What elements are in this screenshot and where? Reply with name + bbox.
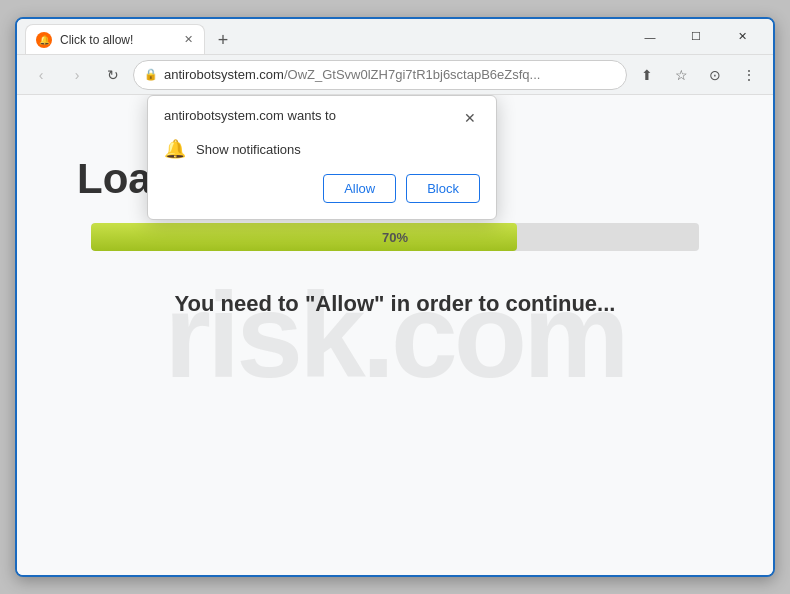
url-path: /OwZ_GtSvw0lZH7gi7tR1bj6sctapB6eZsfq... [284,67,541,82]
back-button[interactable]: ‹ [25,59,57,91]
instruction-text: You need to "Allow" in order to continue… [175,291,616,317]
popup-close-button[interactable]: ✕ [460,108,480,128]
tab-area: 🔔 Click to allow! ✕ + [25,19,627,54]
title-bar: 🔔 Click to allow! ✕ + — ☐ ✕ [17,19,773,55]
allow-button[interactable]: Allow [323,174,396,203]
popup-content: 🔔 Show notifications [164,138,480,160]
instruction-before: You need to " [175,291,316,316]
toolbar-actions: ⬆ ☆ ⊙ ⋮ [631,59,765,91]
bookmark-button[interactable]: ☆ [665,59,697,91]
progress-bar [91,223,517,251]
tab-title: Click to allow! [60,33,172,47]
page-content: risk.com antirobotsystem.com wants to ✕ … [17,95,773,575]
profile-button[interactable]: ⊙ [699,59,731,91]
close-window-button[interactable]: ✕ [719,19,765,55]
tab-favicon: 🔔 [36,32,52,48]
progress-container: 70% [91,223,699,251]
share-button[interactable]: ⬆ [631,59,663,91]
instruction-after: " in order to continue... [374,291,615,316]
window-controls: — ☐ ✕ [627,19,765,55]
block-button[interactable]: Block [406,174,480,203]
tab-close-button[interactable]: ✕ [180,32,196,48]
new-tab-button[interactable]: + [209,26,237,54]
minimize-button[interactable]: — [627,19,673,55]
active-tab[interactable]: 🔔 Click to allow! ✕ [25,24,205,54]
browser-window: 🔔 Click to allow! ✕ + — ☐ ✕ ‹ › ↻ 🔒 anti… [15,17,775,577]
popup-title: antirobotsystem.com wants to [164,108,336,123]
url-domain: antirobotsystem.com [164,67,284,82]
progress-label: 70% [382,230,408,245]
bell-icon: 🔔 [164,138,186,160]
maximize-button[interactable]: ☐ [673,19,719,55]
refresh-button[interactable]: ↻ [97,59,129,91]
lock-icon: 🔒 [144,68,158,81]
instruction-allow-word: Allow [315,291,374,316]
popup-header: antirobotsystem.com wants to ✕ [164,108,480,128]
forward-button[interactable]: › [61,59,93,91]
popup-buttons: Allow Block [164,174,480,203]
url-text: antirobotsystem.com/OwZ_GtSvw0lZH7gi7tR1… [164,67,616,82]
menu-button[interactable]: ⋮ [733,59,765,91]
notification-popup: antirobotsystem.com wants to ✕ 🔔 Show no… [147,95,497,220]
toolbar: ‹ › ↻ 🔒 antirobotsystem.com/OwZ_GtSvw0lZ… [17,55,773,95]
address-bar[interactable]: 🔒 antirobotsystem.com/OwZ_GtSvw0lZH7gi7t… [133,60,627,90]
popup-message: Show notifications [196,142,301,157]
